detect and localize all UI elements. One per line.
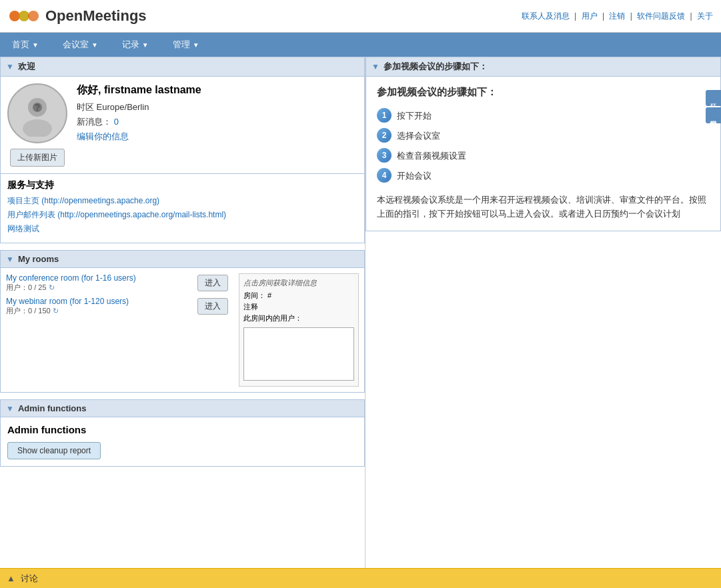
app-header: OpenMeetings 联系人及消息 | 用户 | 注销 | 软件问题反馈 |… <box>0 0 721 33</box>
users-link[interactable]: 用户 <box>582 11 598 21</box>
my-schedule-tab[interactable]: 我的会议日程 <box>706 107 721 123</box>
user-info: 你好, firstname lastname 时区 Europe/Berlin … <box>77 83 357 145</box>
room2-name: My webinar room (for 1-120 users) <box>6 297 192 306</box>
start-tab[interactable]: 开始 <box>706 90 721 106</box>
nav-records[interactable]: 记录 ▼ <box>110 33 161 57</box>
welcome-chevron: ▼ <box>6 62 14 71</box>
side-tabs: 开始 我的会议日程 <box>706 90 721 123</box>
logo-icon <box>8 5 40 27</box>
room-users-textarea[interactable] <box>243 327 354 381</box>
admin-body: Admin functions Show cleanup report <box>0 417 365 467</box>
avatar-svg: ? <box>14 90 61 137</box>
rooms-chevron: ▼ <box>6 255 14 264</box>
user-name: 你好, firstname lastname <box>77 83 357 97</box>
welcome-section: ▼ 欢迎 ? 上传新图片 你好, firstna <box>0 57 365 174</box>
chevron-up-icon: ▲ <box>7 573 15 583</box>
rooms-list: My conference room (for 1-16 users) 用户：0… <box>6 273 228 387</box>
welcome-title: 欢迎 <box>18 61 35 73</box>
main-content: ▼ 欢迎 ? 上传新图片 你好, firstna <box>0 57 721 588</box>
bottom-bar: ▲ 讨论 <box>0 568 721 588</box>
admin-header: ▼ Admin functions <box>0 399 365 417</box>
nav-home-arrow: ▼ <box>32 41 39 49</box>
room-info-hint: 点击房间获取详细信息 <box>243 278 354 288</box>
sep4: | <box>690 11 692 21</box>
timezone-text: 时区 Europe/Berlin <box>77 102 149 112</box>
right-section-body: 参加视频会议的步骤如下： 1 按下开始 2 选择会议室 3 检查音频视频设置 4… <box>366 76 721 231</box>
svg-text:?: ? <box>35 102 41 113</box>
left-panel: ▼ 欢迎 ? 上传新图片 你好, firstna <box>0 57 366 588</box>
room-num-value: # <box>267 291 271 299</box>
step-1-num: 1 <box>377 108 392 123</box>
contact-messages-link[interactable]: 联系人及消息 <box>522 11 570 21</box>
admin-section-title: Admin functions <box>18 403 87 413</box>
cleanup-report-button[interactable]: Show cleanup report <box>7 442 101 459</box>
logo-area: OpenMeetings <box>8 5 147 27</box>
admin-content-title: Admin functions <box>7 424 357 435</box>
network-test-link[interactable]: 网络测试 <box>7 223 357 235</box>
service-title: 服务与支持 <box>7 179 357 191</box>
nav-rooms-label: 会议室 <box>63 39 89 51</box>
step-3-num: 3 <box>377 148 392 163</box>
app-title: OpenMeetings <box>45 7 147 25</box>
nav-admin-arrow: ▼ <box>193 41 199 49</box>
message-count-link[interactable]: 0 <box>114 117 119 127</box>
room1-enter-button[interactable]: 进入 <box>197 275 228 291</box>
avatar-area: ? 上传新图片 <box>7 83 67 167</box>
room-num-label: 房间： <box>243 291 265 299</box>
rooms-header: ▼ My rooms <box>0 250 365 267</box>
room-num-field: 房间： # <box>243 291 354 301</box>
service-body: 服务与支持 项目主页 (http://openmeetings.apache.o… <box>0 174 365 243</box>
nav-home[interactable]: 首页 ▼ <box>0 33 51 57</box>
rooms-layout: My conference room (for 1-16 users) 用户：0… <box>6 273 359 387</box>
logout-link[interactable]: 注销 <box>609 11 625 21</box>
discussion-label: 讨论 <box>21 573 38 585</box>
room2-info: My webinar room (for 1-120 users) 用户：0 /… <box>6 297 192 316</box>
nav-rooms-arrow: ▼ <box>91 41 98 49</box>
edit-info-row: 编辑你的信息 <box>77 131 357 143</box>
new-message-label: 新消息： <box>77 117 111 127</box>
step-4-text: 开始会议 <box>397 168 432 182</box>
service-section: 服务与支持 项目主页 (http://openmeetings.apache.o… <box>0 174 365 243</box>
messages-row: 新消息： 0 <box>77 116 357 128</box>
room2-users: 用户：0 / 150 ↻ <box>6 306 192 316</box>
svg-point-0 <box>9 11 20 21</box>
room-comment-field: 注释 <box>243 302 354 312</box>
header-nav: 联系人及消息 | 用户 | 注销 | 软件问题反馈 | 关于 <box>522 11 713 22</box>
room2-row: My webinar room (for 1-120 users) 用户：0 /… <box>6 297 228 316</box>
about-link[interactable]: 关于 <box>697 11 713 21</box>
room1-users: 用户：0 / 25 ↻ <box>6 283 192 293</box>
feedback-link[interactable]: 软件问题反馈 <box>637 11 685 21</box>
room1-row: My conference room (for 1-16 users) 用户：0… <box>6 273 228 293</box>
step-2-num: 2 <box>377 128 392 143</box>
room1-info: My conference room (for 1-16 users) 用户：0… <box>6 273 192 293</box>
description-text: 本远程视频会议系统是一个用来召开远程视频会议、培训演讲、审查文件的平台。按照上面… <box>377 193 710 221</box>
step-3: 3 检查音频视频设置 <box>377 148 710 163</box>
step-4: 4 开始会议 <box>377 168 710 183</box>
room2-enter-button[interactable]: 进入 <box>197 298 228 315</box>
room1-users-text: 用户：0 / 25 <box>6 283 47 291</box>
room1-refresh-icon[interactable]: ↻ <box>49 283 55 291</box>
right-section-header: ▼ 参加视频会议的步骤如下： <box>366 57 721 76</box>
step-1-text: 按下开始 <box>397 108 432 122</box>
top-navbar: 首页 ▼ 会议室 ▼ 记录 ▼ 管理 ▼ <box>0 33 721 57</box>
room2-refresh-icon[interactable]: ↻ <box>53 307 59 315</box>
project-home-link[interactable]: 项目主页 (http://openmeetings.apache.org) <box>7 195 357 207</box>
step-1: 1 按下开始 <box>377 108 710 123</box>
nav-rooms[interactable]: 会议室 ▼ <box>51 33 110 57</box>
nav-records-arrow: ▼ <box>142 41 149 49</box>
nav-home-label: 首页 <box>12 39 29 51</box>
admin-chevron: ▼ <box>6 404 14 413</box>
room-info-panel: 点击房间获取详细信息 房间： # 注释 此房间内的用户： <box>239 273 359 387</box>
nav-admin[interactable]: 管理 ▼ <box>161 33 211 57</box>
room-users-field: 此房间内的用户： <box>243 313 354 323</box>
step-4-num: 4 <box>377 168 392 183</box>
welcome-header: ▼ 欢迎 <box>0 57 365 76</box>
step-3-text: 检查音频视频设置 <box>397 148 466 162</box>
mail-list-link[interactable]: 用户邮件列表 (http://openmeetings.apache.org/m… <box>7 209 357 221</box>
upload-photo-button[interactable]: 上传新图片 <box>10 149 65 167</box>
edit-info-link[interactable]: 编辑你的信息 <box>77 131 129 141</box>
rooms-body: My conference room (for 1-16 users) 用户：0… <box>0 267 365 393</box>
rooms-section: ▼ My rooms My conference room (for 1-16 … <box>0 250 365 393</box>
right-panel: ▼ 参加视频会议的步骤如下： 参加视频会议的步骤如下： 1 按下开始 2 选择会… <box>366 57 721 588</box>
steps-heading: 参加视频会议的步骤如下： <box>377 86 710 99</box>
